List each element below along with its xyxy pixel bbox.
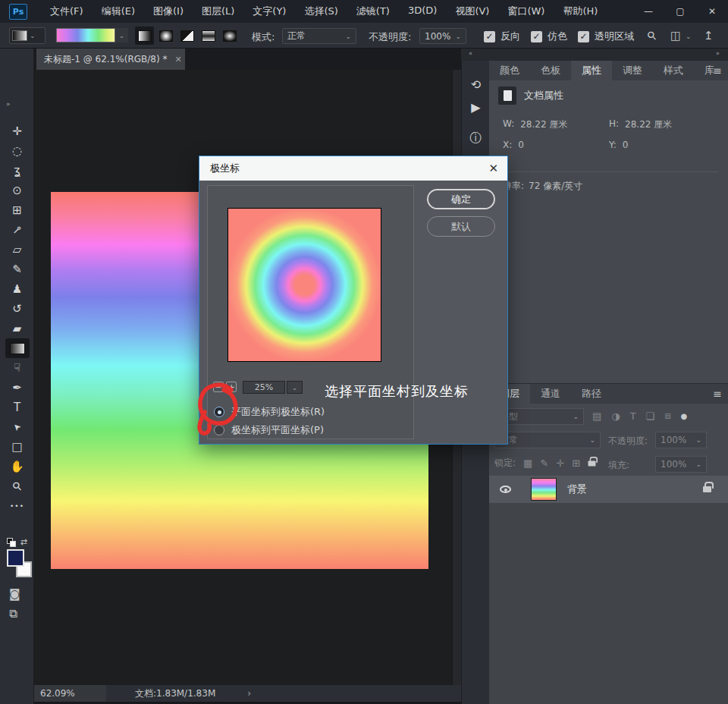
hand-tool[interactable]: ✋ bbox=[5, 457, 30, 476]
tab-adjustments[interactable]: 调整 bbox=[612, 61, 653, 80]
dialog-titlebar[interactable]: 极坐标 ✕ bbox=[199, 156, 507, 181]
panel-menu-icon[interactable]: ≡ bbox=[713, 388, 722, 400]
gradient-tool[interactable] bbox=[5, 338, 30, 358]
crop-tool[interactable]: ⊞ bbox=[5, 200, 30, 220]
layer-blend-mode-select[interactable]: 正常 ⌄ bbox=[494, 432, 601, 448]
smudge-tool[interactable]: ☟ bbox=[5, 358, 30, 378]
shape-filter-icon[interactable]: ❏ bbox=[646, 410, 655, 422]
menu-edit[interactable]: 编辑(E) bbox=[93, 2, 144, 21]
lock-transparency-icon[interactable]: ▦ bbox=[523, 457, 532, 469]
blend-mode-select[interactable]: 正常 ⌄ bbox=[282, 28, 356, 44]
document-tab[interactable]: 未标题-1 @ 62.1%(RGB/8) * ✕ bbox=[36, 49, 185, 70]
collapse-panels-right-icon[interactable]: » bbox=[716, 50, 719, 57]
clone-stamp-tool[interactable]: ♟ bbox=[5, 279, 30, 299]
gradient-picker-dropdown[interactable]: ⌄ bbox=[115, 28, 128, 42]
menu-view[interactable]: 视图(V) bbox=[446, 2, 498, 21]
dialog-close-icon[interactable]: ✕ bbox=[488, 162, 498, 175]
more-tools-button[interactable]: ••• bbox=[5, 496, 30, 516]
status-chevron-icon[interactable]: › bbox=[247, 688, 251, 699]
zoom-tool[interactable]: ⚲ bbox=[5, 476, 30, 496]
menu-window[interactable]: 窗口(W) bbox=[498, 2, 554, 21]
tab-properties[interactable]: 属性 bbox=[571, 61, 612, 80]
lock-artboard-icon[interactable]: ⊞ bbox=[572, 457, 580, 469]
dither-checkbox[interactable]: ✓ 仿色 bbox=[531, 30, 567, 43]
move-tool[interactable]: ✛ bbox=[5, 121, 30, 141]
preview-zoom-dropdown[interactable]: ⌄ bbox=[287, 381, 303, 394]
panel-menu-icon[interactable]: ≡ bbox=[713, 64, 722, 77]
maximize-button[interactable]: ▢ bbox=[664, 0, 696, 23]
quick-selection-tool[interactable]: ⊙ bbox=[5, 181, 30, 200]
reverse-checkbox[interactable]: ✓ 反向 bbox=[484, 30, 520, 43]
tab-paths[interactable]: 路径 bbox=[571, 384, 612, 404]
menu-help[interactable]: 帮助(H) bbox=[554, 2, 607, 21]
workspace-layout-icon[interactable]: ◫ bbox=[670, 29, 681, 42]
layer-row-background[interactable]: 背景 bbox=[489, 476, 728, 503]
chevron-down-icon[interactable]: ⌄ bbox=[686, 33, 692, 40]
lock-pixels-icon[interactable]: ✎ bbox=[540, 457, 548, 469]
elliptical-marquee-tool[interactable]: ◌ bbox=[5, 141, 30, 161]
minimize-button[interactable]: — bbox=[632, 0, 664, 23]
lasso-tool[interactable]: ʓ bbox=[5, 161, 30, 181]
search-icon[interactable]: ⚲ bbox=[648, 29, 656, 42]
tab-styles[interactable]: 样式 bbox=[653, 61, 694, 80]
eraser-tool[interactable]: ▰ bbox=[5, 319, 30, 338]
default-button[interactable]: 默认 bbox=[427, 216, 495, 237]
brush-tool[interactable]: ✎ bbox=[5, 259, 30, 279]
info-panel-icon[interactable]: ⓘ bbox=[462, 130, 490, 146]
radial-gradient-button[interactable] bbox=[156, 27, 175, 45]
history-panel-icon[interactable]: ⟲ bbox=[462, 77, 490, 92]
menu-filter[interactable]: 滤镜(T) bbox=[347, 2, 399, 21]
lock-position-icon[interactable]: ✛ bbox=[556, 457, 564, 469]
close-button[interactable]: ✕ bbox=[696, 0, 728, 23]
type-filter-icon[interactable]: T bbox=[630, 410, 636, 422]
hand-icon: ✋ bbox=[10, 460, 24, 473]
diamond-gradient-button[interactable] bbox=[220, 27, 239, 45]
path-selection-tool[interactable]: ➤ bbox=[5, 417, 30, 437]
tool-preset-picker[interactable]: ⌄ bbox=[9, 27, 46, 44]
smart-object-filter-icon[interactable]: ⧈ bbox=[664, 410, 670, 422]
layer-thumbnail[interactable] bbox=[531, 478, 557, 501]
tab-channels[interactable]: 通道 bbox=[530, 384, 571, 404]
tab-close-icon[interactable]: ✕ bbox=[174, 55, 181, 64]
swap-colors-icon[interactable]: ⇄ bbox=[20, 537, 27, 547]
gradient-editor-swatch[interactable] bbox=[56, 28, 115, 42]
zoom-level-field[interactable]: 62.09% bbox=[34, 685, 106, 702]
menu-image[interactable]: 图像(I) bbox=[144, 2, 193, 21]
fill-select[interactable]: 100% ⌄ bbox=[655, 456, 707, 473]
quick-mask-icon[interactable]: ◙ bbox=[9, 587, 20, 601]
pixel-filter-icon[interactable]: ▤ bbox=[592, 410, 601, 422]
angle-gradient-button[interactable] bbox=[177, 27, 196, 45]
foreground-color-swatch[interactable] bbox=[7, 549, 24, 567]
layer-visibility-icon[interactable] bbox=[500, 486, 511, 493]
share-icon[interactable]: ↥ bbox=[704, 29, 714, 42]
adjustment-filter-icon[interactable]: ◑ bbox=[611, 410, 620, 422]
filter-toggle-icon[interactable]: ● bbox=[681, 412, 688, 420]
tab-color[interactable]: 颜色 bbox=[489, 61, 530, 80]
linear-gradient-button[interactable] bbox=[135, 27, 154, 45]
toolbar-collapse-icon[interactable]: » bbox=[6, 100, 10, 108]
filter-preview-image[interactable] bbox=[228, 208, 381, 362]
reflected-gradient-button[interactable] bbox=[199, 27, 218, 45]
collapse-panels-left-icon[interactable]: « bbox=[469, 50, 472, 57]
actions-panel-icon[interactable]: ▶ bbox=[462, 100, 490, 115]
pen-tool[interactable]: ✒ bbox=[5, 378, 30, 398]
document-properties-icon bbox=[498, 86, 516, 105]
spot-healing-brush-tool[interactable]: ▱ bbox=[5, 240, 30, 259]
layer-opacity-select[interactable]: 100% ⌄ bbox=[655, 432, 707, 448]
menu-select[interactable]: 选择(S) bbox=[295, 2, 347, 21]
menu-3d[interactable]: 3D(D) bbox=[399, 2, 446, 21]
transparency-checkbox[interactable]: ✓ 透明区域 bbox=[578, 30, 634, 43]
type-tool[interactable]: T bbox=[5, 398, 30, 417]
tab-swatches[interactable]: 色板 bbox=[530, 61, 571, 80]
menu-file[interactable]: 文件(F) bbox=[41, 2, 93, 21]
menu-type[interactable]: 文字(Y) bbox=[243, 2, 295, 21]
opacity-select[interactable]: 100% ⌄ bbox=[419, 28, 466, 44]
ok-button[interactable]: 确定 bbox=[427, 189, 495, 209]
history-brush-tool[interactable]: ↺ bbox=[5, 299, 30, 319]
screen-mode-icon[interactable]: ⧉ bbox=[9, 607, 17, 621]
default-colors-icon[interactable] bbox=[7, 538, 16, 547]
menu-layer[interactable]: 图层(L) bbox=[193, 2, 243, 21]
eyedropper-tool[interactable]: ⊸ bbox=[5, 220, 30, 240]
rectangle-tool[interactable]: □ bbox=[5, 437, 30, 457]
lock-all-icon[interactable] bbox=[588, 460, 596, 466]
